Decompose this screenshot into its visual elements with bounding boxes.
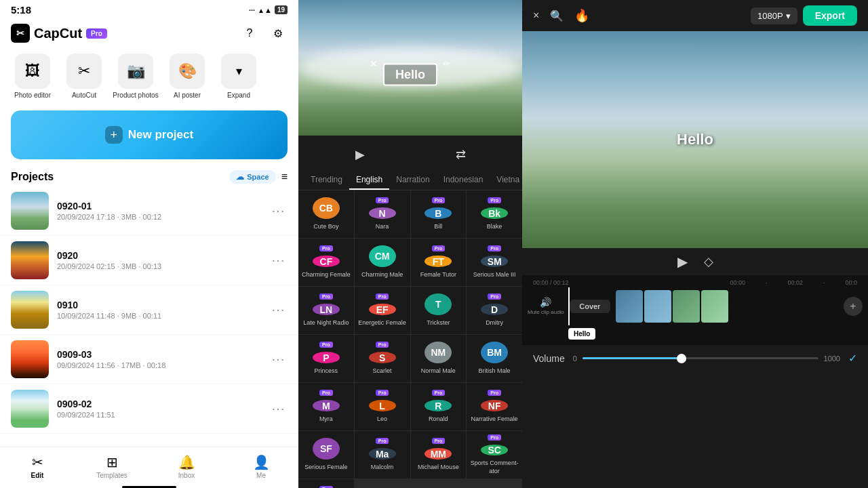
- voice-cell-serious-female[interactable]: SF Serious Female: [298, 431, 354, 479]
- settings-button[interactable]: ⚙: [269, 24, 288, 43]
- keyframe-button[interactable]: ◇: [704, 254, 713, 269]
- tab-trending[interactable]: Trending: [304, 171, 349, 190]
- project-more-button[interactable]: ⋯: [269, 398, 288, 420]
- slider-thumb[interactable]: [677, 354, 686, 363]
- nav-me[interactable]: 👤 Me: [224, 453, 298, 481]
- list-item[interactable]: 0920-01 20/09/2024 17:18 · 3MB · 00:12 ⋯: [0, 186, 298, 236]
- filter-button[interactable]: ≡: [281, 171, 288, 183]
- voice-avatar: MM: [425, 448, 452, 460]
- hello-text-overlay[interactable]: Hello: [383, 64, 437, 86]
- project-more-button[interactable]: ⋯: [269, 299, 288, 321]
- voice-play-button[interactable]: ▶: [348, 142, 372, 167]
- new-project-button[interactable]: + New project: [11, 110, 288, 159]
- voice-cell-charming-male[interactable]: CM Charming Male: [355, 239, 410, 286]
- voice-dub-button[interactable]: ⇄: [449, 142, 473, 167]
- project-meta: 20/09/2024 17:18 · 3MB · 00:12: [57, 213, 260, 221]
- voice-cell-trickster[interactable]: T Trickster: [411, 287, 467, 334]
- nav-inbox[interactable]: 🔔 Inbox: [149, 453, 224, 481]
- voice-cell-leo[interactable]: Pro L Leo: [355, 383, 410, 430]
- voice-cell-michael-mouse[interactable]: Pro MM Michael Mouse: [411, 431, 467, 479]
- search-button[interactable]: 🔍: [550, 9, 564, 22]
- voice-cell-british-female[interactable]: Pro BF British Female: [298, 479, 354, 488]
- voice-cell-british-male[interactable]: BM British Male: [467, 335, 522, 382]
- project-meta: 10/09/2024 11:48 · 9MB · 00:11: [57, 312, 260, 320]
- pro-tag: Pro: [488, 390, 501, 396]
- edit-overlay-button[interactable]: ✏: [443, 58, 451, 69]
- voice-avatar: EF: [369, 304, 396, 315]
- voice-cell-narrative-female[interactable]: Pro NF Narrative Female: [467, 383, 522, 430]
- tool-product-photos[interactable]: 📷 Product photos: [111, 54, 160, 100]
- export-button[interactable]: Export: [803, 5, 857, 26]
- add-track-button[interactable]: +: [844, 297, 863, 316]
- play-button[interactable]: ▶: [677, 253, 688, 270]
- tab-narration[interactable]: Narration: [389, 171, 436, 190]
- voice-cell-myra[interactable]: Pro M Myra: [298, 383, 354, 430]
- text-clip[interactable]: Hello: [568, 328, 595, 340]
- voice-name: Myra: [319, 415, 333, 424]
- canvas-text-overlay[interactable]: Hello: [677, 131, 713, 148]
- tool-autocut[interactable]: ✂ AutoCut: [60, 54, 108, 100]
- list-item[interactable]: 0909-03 09/09/2024 11:56 · 17MB · 00:18 …: [0, 335, 298, 384]
- voice-cell-charming-female[interactable]: Pro CF Charming Female: [298, 239, 354, 286]
- cover-track[interactable]: Cover: [570, 300, 610, 313]
- voice-cell-scarlet[interactable]: Pro S Scarlet: [355, 335, 410, 382]
- voice-cell-late-night[interactable]: Pro LN Late Night Radio: [298, 287, 354, 334]
- pro-tag: Pro: [432, 197, 446, 203]
- tool-expand[interactable]: ▾ Expand: [214, 54, 263, 100]
- voice-cell-ronald[interactable]: Pro R Ronald: [411, 383, 467, 430]
- voice-name: British Male: [479, 367, 511, 375]
- voice-cell-princess[interactable]: Pro P Princess: [298, 335, 354, 382]
- voice-cell-cute-boy[interactable]: CB Cute Boy: [298, 190, 354, 238]
- space-button[interactable]: ☁ Space: [229, 170, 275, 184]
- nav-edit[interactable]: ✂ Edit: [0, 453, 75, 481]
- voice-avatar: Ma: [369, 448, 396, 460]
- slider-track[interactable]: [583, 357, 818, 359]
- voice-name: Late Night Radio: [303, 319, 349, 327]
- mute-button[interactable]: 🔊 Mute clip audio: [528, 297, 564, 316]
- project-info: 0920 20/09/2024 02:15 · 3MB · 00:13: [57, 250, 260, 270]
- voice-cell-dmitry[interactable]: Pro D Dmitry: [467, 287, 522, 334]
- voice-cell-normal-male[interactable]: NM Normal Male: [411, 335, 467, 382]
- voice-avatar: D: [481, 304, 508, 315]
- voice-cell-female-tutor[interactable]: Pro FT Female Tutor: [411, 239, 467, 286]
- voice-cell-nara[interactable]: Pro N Nara: [355, 190, 410, 238]
- close-button[interactable]: ×: [533, 9, 539, 22]
- pro-tag: Pro: [376, 390, 389, 396]
- ruler-marker-0: 00:00: [730, 279, 745, 286]
- project-list: 0920-01 20/09/2024 17:18 · 3MB · 00:12 ⋯…: [0, 186, 298, 447]
- voice-name: Trickster: [427, 319, 450, 327]
- list-item[interactable]: 0920 20/09/2024 02:15 · 3MB · 00:13 ⋯: [0, 236, 298, 285]
- tab-indonesian[interactable]: Indonesian: [437, 171, 490, 190]
- voice-name: Narrative Female: [471, 415, 518, 424]
- product-photos-label: Product photos: [113, 92, 158, 100]
- voice-cell-energetic-female[interactable]: Pro EF Energetic Female: [355, 287, 410, 334]
- list-item[interactable]: 0909-02 09/09/2024 11:51 ⋯: [0, 384, 298, 434]
- list-item[interactable]: 0910 10/09/2024 11:48 · 9MB · 00:11 ⋯: [0, 285, 298, 335]
- voice-cell-malcolm[interactable]: Pro Ma Malcolm: [355, 431, 410, 479]
- fire-icon[interactable]: 🔥: [574, 8, 589, 23]
- close-overlay-button[interactable]: ✕: [370, 58, 378, 69]
- volume-slider[interactable]: 0 1000: [573, 354, 840, 363]
- expand-label: Expand: [227, 92, 250, 100]
- voice-name: Serious Female: [304, 464, 347, 472]
- voice-cell-serious-male-iii[interactable]: Pro SM Serious Male III: [467, 239, 522, 286]
- playhead: [568, 287, 570, 325]
- tab-vietnam[interactable]: Vietna ✓: [490, 171, 522, 190]
- resolution-selector[interactable]: 1080P ▾: [751, 7, 797, 24]
- voice-cell-bill[interactable]: Pro B Bill: [411, 190, 467, 238]
- voice-avatar: SM: [481, 256, 508, 267]
- voice-avatar: N: [369, 207, 396, 219]
- tab-english[interactable]: English: [349, 171, 389, 190]
- project-more-button[interactable]: ⋯: [269, 348, 288, 370]
- project-thumbnail: [11, 390, 49, 428]
- tool-photo-editor[interactable]: 🖼 Photo editor: [8, 54, 57, 100]
- project-more-button[interactable]: ⋯: [269, 249, 288, 271]
- volume-confirm-button[interactable]: ✓: [848, 352, 857, 365]
- voice-cell-blake[interactable]: Pro Bk Blake: [467, 190, 522, 238]
- volume-row: Volume 0 1000 ✓: [522, 345, 868, 371]
- voice-cell-sports-commentator[interactable]: Pro SC Sports Comment-ator: [467, 431, 522, 479]
- tool-ai-poster[interactable]: 🎨 AI poster: [163, 54, 212, 100]
- project-more-button[interactable]: ⋯: [269, 200, 288, 222]
- help-button[interactable]: ?: [240, 24, 259, 43]
- nav-templates[interactable]: ⊞ Templates: [75, 453, 149, 481]
